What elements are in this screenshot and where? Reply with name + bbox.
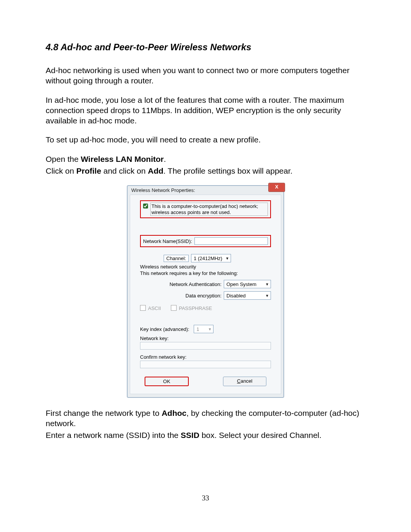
ssid-label: Network Name(SSID): xyxy=(143,238,192,244)
channel-select[interactable]: 1 (2412MHz) ▼ xyxy=(191,254,231,262)
after2-p1: Enter a network name (SSID) into the xyxy=(46,431,181,439)
ok-button[interactable]: OK xyxy=(145,377,189,386)
close-button[interactable]: X xyxy=(268,183,285,192)
dialog-title: Wireless Network Properties: xyxy=(127,186,284,194)
ssid-field-group: Network Name(SSID): xyxy=(140,235,271,247)
cancel-rest: ancel xyxy=(241,378,252,384)
enc-label: Data encryption: xyxy=(185,293,221,299)
key-index-label: Key index (advanced): xyxy=(140,326,189,332)
paragraph-2: In ad-hoc mode, you lose a lot of the fe… xyxy=(46,95,365,126)
channel-label: Channel: xyxy=(164,255,189,262)
chevron-down-icon: ▼ xyxy=(265,282,269,286)
cancel-button[interactable]: Cancel xyxy=(223,377,266,386)
click-line-b2: Add xyxy=(148,166,163,175)
click-line-b1: Profile xyxy=(76,166,101,175)
security-subtext: This network requires a key for the foll… xyxy=(140,270,271,276)
after1-b1: Adhoc xyxy=(162,409,186,417)
ascii-option: ASCII xyxy=(140,305,161,311)
key-index-value: 1 xyxy=(196,326,199,332)
ascii-checkbox[interactable] xyxy=(140,305,146,311)
auth-value: Open System xyxy=(226,281,256,287)
after2-b1: SSID xyxy=(181,431,199,439)
adhoc-checkbox-group: This is a computer-to-computer(ad hoc) n… xyxy=(140,200,271,218)
network-key-label: Network key: xyxy=(140,335,271,341)
paragraph-3: To set up ad-hoc mode, you will need to … xyxy=(46,135,365,145)
passphrase-checkbox[interactable] xyxy=(171,305,177,311)
passphrase-option: PASSPHRASE xyxy=(171,305,212,311)
page-number: 33 xyxy=(46,494,365,502)
open-line-bold: Wireless LAN Monitor xyxy=(81,155,164,163)
click-line-p1: Click on xyxy=(46,166,76,175)
confirm-key-label: Confirm network key: xyxy=(140,354,271,360)
adhoc-checkbox[interactable] xyxy=(143,203,148,209)
paragraph-1: Ad-hoc networking is used when you want … xyxy=(46,66,365,86)
click-line-p2: and click on xyxy=(101,166,148,175)
adhoc-checkbox-label: This is a computer-to-computer(ad hoc) n… xyxy=(150,203,268,216)
ssid-input[interactable] xyxy=(194,237,268,245)
click-line-p3: . The profile settings box will appear. xyxy=(163,166,292,175)
chevron-down-icon: ▼ xyxy=(225,256,229,260)
wireless-properties-dialog: X Wireless Network Properties: This is a… xyxy=(127,185,284,398)
security-header: Wireless network security xyxy=(140,264,271,270)
auth-label: Network Authentication: xyxy=(169,281,221,287)
channel-value: 1 (2412MHz) xyxy=(194,256,222,261)
after1-p1: First change the network type to xyxy=(46,409,162,417)
network-key-input[interactable] xyxy=(140,342,271,350)
after2-p2: box. Select your desired Channel. xyxy=(199,431,322,439)
passphrase-label: PASSPHRASE xyxy=(179,305,212,311)
open-line-post: . xyxy=(164,155,166,163)
chevron-down-icon: ▼ xyxy=(208,327,212,331)
key-index-select[interactable]: 1 ▼ xyxy=(194,325,213,333)
enc-select[interactable]: Disabled ▼ xyxy=(224,291,271,300)
open-line-pre: Open the xyxy=(46,155,81,163)
chevron-down-icon: ▼ xyxy=(265,294,269,298)
cancel-mnemonic: C xyxy=(237,378,241,384)
confirm-key-input[interactable] xyxy=(140,361,271,368)
auth-select[interactable]: Open System ▼ xyxy=(224,280,271,288)
enc-value: Disabled xyxy=(226,293,246,299)
section-heading: 4.8 Ad-hoc and Peer-to-Peer Wireless Net… xyxy=(46,42,365,53)
ascii-label: ASCII xyxy=(148,305,161,311)
